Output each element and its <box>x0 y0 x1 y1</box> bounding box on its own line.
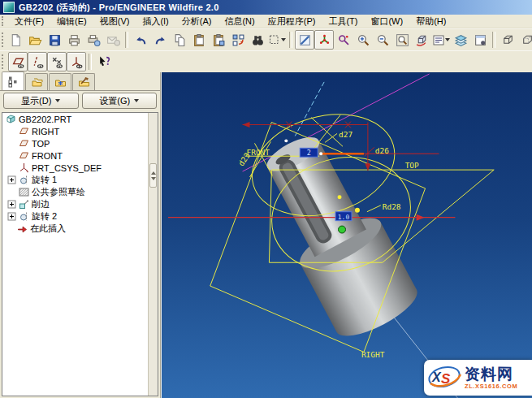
tree-item-front-plane[interactable]: FRONT <box>2 149 158 162</box>
find-button[interactable] <box>248 30 267 50</box>
spin-center-button[interactable] <box>314 30 334 50</box>
layers-button[interactable] <box>451 30 470 50</box>
saved-views-button[interactable] <box>431 30 451 50</box>
open-folder-icon <box>28 33 42 47</box>
watermark: X S 资料网 ZL.XS1616.COM <box>424 360 532 396</box>
expand-icon[interactable] <box>7 200 16 209</box>
tree-toolbar: 显示(D) 设置(G) <box>0 90 160 110</box>
orient-mode-button[interactable] <box>334 30 353 50</box>
context-help-button[interactable] <box>94 52 114 71</box>
main-area: 显示(D) 设置(G) GB2202.PRT RIGHT <box>0 72 532 398</box>
tree-item-revolve-1[interactable]: 旋转 1 <box>2 174 158 186</box>
navigator-tabs <box>0 72 160 90</box>
revolve-icon <box>19 175 29 185</box>
datum-planes-toggle[interactable] <box>8 52 28 71</box>
expand-icon[interactable] <box>7 212 16 221</box>
rd28-dimension-label[interactable]: Rd28 <box>383 202 401 211</box>
orient-mode-icon <box>337 33 351 47</box>
select-filter-button[interactable] <box>267 30 287 50</box>
datum-axes-toggle[interactable] <box>28 52 47 71</box>
reorient-button[interactable] <box>412 30 431 50</box>
hidden-line-style-button[interactable] <box>517 30 532 50</box>
tree-item-part[interactable]: GB2202.PRT <box>2 113 158 125</box>
drag-handle-green[interactable] <box>339 226 346 233</box>
print-button[interactable] <box>64 30 84 50</box>
tab-connections[interactable] <box>72 73 95 90</box>
menubar-drag-handle[interactable] <box>2 16 6 25</box>
paste-special-icon <box>212 33 226 47</box>
tab-folder-browser[interactable] <box>25 73 48 90</box>
tree-item-right-plane[interactable]: RIGHT <box>2 125 158 137</box>
vertex-dot[interactable] <box>319 152 322 155</box>
menu-edit[interactable]: 编辑(E) <box>50 15 93 28</box>
menu-file[interactable]: 文件(F) <box>8 15 50 28</box>
vertex-dot[interactable] <box>284 139 288 142</box>
paste-button[interactable] <box>189 30 209 50</box>
tree-scrollbar-thumb[interactable] <box>149 163 157 188</box>
tab-favorites[interactable] <box>49 73 71 90</box>
copy-button[interactable] <box>170 30 189 50</box>
graphics-viewport[interactable]: 2 1.0 FRONT d23 d27 d26 TOP Rd28 RIGHT <box>161 72 532 398</box>
menu-help[interactable]: 帮助(H) <box>409 15 452 28</box>
email-button[interactable] <box>103 30 123 50</box>
redo-icon <box>154 33 167 47</box>
datum-points-toggle[interactable] <box>47 52 67 71</box>
view-manager-button[interactable] <box>470 30 490 50</box>
menu-info[interactable]: 信息(N) <box>218 15 261 28</box>
tree-item-chamfer[interactable]: 削边 <box>2 198 158 210</box>
tree-item-revolve-2[interactable]: 旋转 2 <box>2 210 158 223</box>
tools-folder-icon <box>78 76 90 89</box>
centerline-magenta <box>243 74 430 171</box>
new-button[interactable] <box>6 30 25 50</box>
redo-button[interactable] <box>150 30 170 50</box>
tab-model-tree[interactable] <box>2 71 24 90</box>
settings-dropdown-icon <box>134 99 139 102</box>
saved-views-icon <box>432 33 445 47</box>
settings-menu-button[interactable]: 设置(G) <box>82 93 158 109</box>
menu-window[interactable]: 窗口(W) <box>364 15 409 28</box>
tree-item-csys[interactable]: PRT_CSYS_DEF <box>2 162 158 174</box>
regenerate-button[interactable] <box>228 30 248 50</box>
zoom-in-button[interactable] <box>353 30 373 50</box>
vertex-dot-yellow[interactable] <box>338 195 342 199</box>
dim-value-tag-1[interactable]: 2 <box>300 148 318 157</box>
tree-item-top-plane[interactable]: TOP <box>2 137 158 149</box>
wireframe-style-button[interactable] <box>498 30 517 50</box>
expand-icon[interactable] <box>7 175 16 184</box>
top-plane-label: TOP <box>405 161 419 170</box>
d27-dimension-label[interactable]: d27 <box>339 130 353 139</box>
repaint-button[interactable] <box>295 30 314 50</box>
save-button[interactable] <box>45 30 64 50</box>
show-dropdown-icon <box>55 99 60 102</box>
tree-item-insert-here[interactable]: 在此插入 <box>2 223 158 235</box>
menu-view[interactable]: 视图(V) <box>93 15 136 28</box>
menu-analysis[interactable]: 分析(A) <box>175 15 218 28</box>
menu-tools[interactable]: 工具(T) <box>322 15 364 28</box>
tree-item-label: 在此插入 <box>30 223 66 235</box>
dim-value-tag-2[interactable]: 1.0 <box>335 212 352 221</box>
svg-text:1.0: 1.0 <box>338 214 350 221</box>
vertex-dot-yellow[interactable] <box>355 208 360 213</box>
open-button[interactable] <box>25 30 45 50</box>
undo-button[interactable] <box>131 30 150 50</box>
model-tree-icon <box>7 76 19 88</box>
toolbar2-drag-handle[interactable] <box>2 54 6 69</box>
paste-special-button[interactable] <box>209 30 228 50</box>
toolbar1-drag-handle[interactable] <box>2 32 3 47</box>
plot-button[interactable] <box>84 30 103 50</box>
d26-dimension-label[interactable]: d26 <box>375 146 389 155</box>
datum-csys-toggle[interactable] <box>67 52 86 71</box>
tree-item-common-ref-sketch[interactable]: 公共参照草绘 <box>2 186 158 198</box>
view-manager-icon <box>474 33 487 47</box>
menu-applications[interactable]: 应用程序(P) <box>262 15 322 28</box>
toolbar-separator <box>125 32 128 48</box>
window-title: GB2202 (活动的) - Pro/ENGINEER Wildfire 2.0 <box>19 2 219 14</box>
zoom-out-button[interactable] <box>373 30 392 50</box>
viewport-canvas[interactable]: 2 1.0 FRONT d23 d27 d26 TOP Rd28 RIGHT <box>162 72 532 398</box>
plot-icon <box>87 33 101 47</box>
show-menu-button[interactable]: 显示(D) <box>3 93 79 109</box>
refit-button[interactable] <box>392 30 412 50</box>
tree-item-label: RIGHT <box>32 127 59 136</box>
menu-insert[interactable]: 插入(I) <box>136 15 175 28</box>
tree-scrollbar[interactable] <box>148 113 158 396</box>
